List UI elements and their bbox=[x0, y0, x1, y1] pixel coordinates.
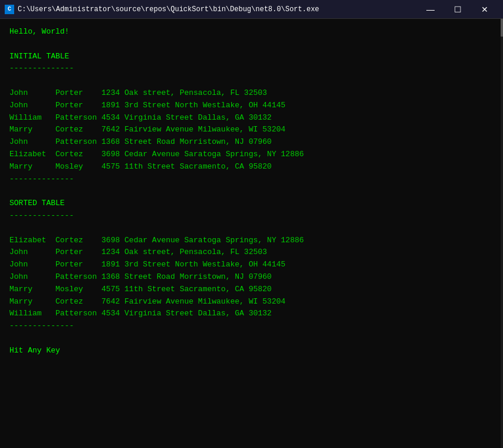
scrollbar[interactable] bbox=[501, 19, 503, 448]
empty-line-2 bbox=[9, 75, 494, 87]
initial-row-3: Marry Cortez 7642 Fairview Avenue Milwau… bbox=[9, 124, 494, 136]
initial-row-6: Marry Mosley 4575 11th Street Sacramento… bbox=[9, 161, 494, 173]
sorted-row-2: John Porter 1891 3rd Street North Westla… bbox=[9, 259, 494, 271]
separator-3: -------------- bbox=[9, 210, 494, 222]
initial-row-5: Elizabet Cortez 3698 Cedar Avenue Sarato… bbox=[9, 149, 494, 161]
window-title: C:\Users\Administrator\source\repos\Quic… bbox=[18, 5, 319, 14]
sorted-row-6: William Patterson 4534 Virginia Street D… bbox=[9, 308, 494, 320]
empty-line-4 bbox=[9, 222, 494, 235]
title-bar-left: C C:\Users\Administrator\source\repos\Qu… bbox=[5, 5, 319, 14]
initial-row-1: John Porter 1891 3rd Street North Westla… bbox=[9, 100, 494, 112]
initial-row-0: John Porter 1234 Oak street, Pensacola, … bbox=[9, 87, 494, 100]
minimize-button[interactable]: — bbox=[417, 0, 444, 19]
empty-line-1 bbox=[9, 38, 494, 51]
initial-table-label: INITIAL TABLE bbox=[9, 51, 494, 63]
separator-4: -------------- bbox=[9, 320, 494, 332]
empty-line-5 bbox=[9, 332, 494, 345]
sorted-row-4: Marry Mosley 4575 11th Street Sacramento… bbox=[9, 284, 494, 296]
sorted-row-3: John Patterson 1368 Street Road Morristo… bbox=[9, 271, 494, 284]
scrollbar-thumb[interactable] bbox=[501, 19, 503, 37]
sorted-row-5: Marry Cortez 7642 Fairview Avenue Milwau… bbox=[9, 296, 494, 308]
hit-any-key: Hit Any Key bbox=[9, 345, 494, 357]
empty-line-3 bbox=[9, 185, 494, 197]
separator-2: -------------- bbox=[9, 173, 494, 186]
app-icon: C bbox=[5, 5, 14, 14]
initial-row-2: William Patterson 4534 Virginia Street D… bbox=[9, 112, 494, 124]
separator-1: -------------- bbox=[9, 62, 494, 75]
console-area: Hello, World! INITIAL TABLE ------------… bbox=[0, 19, 503, 448]
close-button[interactable]: ✕ bbox=[471, 0, 498, 19]
title-bar: C C:\Users\Administrator\source\repos\Qu… bbox=[0, 0, 503, 19]
maximize-button[interactable]: ☐ bbox=[444, 0, 471, 19]
initial-row-4: John Patterson 1368 Street Road Morristo… bbox=[9, 136, 494, 149]
sorted-table-label: SORTED TABLE bbox=[9, 197, 494, 210]
sorted-row-0: Elizabet Cortez 3698 Cedar Avenue Sarato… bbox=[9, 235, 494, 247]
sorted-row-1: John Porter 1234 Oak street, Pensacola, … bbox=[9, 246, 494, 259]
title-bar-controls: — ☐ ✕ bbox=[417, 0, 498, 19]
hello-line: Hello, World! bbox=[9, 26, 494, 38]
